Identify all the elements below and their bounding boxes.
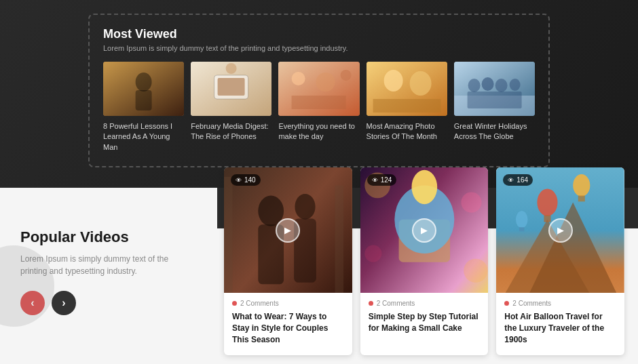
svg-point-2: [136, 73, 152, 92]
popular-sidebar: Popular Videos Lorem Ipsum is simply dum…: [0, 188, 217, 364]
svg-point-37: [364, 245, 381, 262]
svg-point-42: [538, 189, 558, 216]
svg-point-19: [468, 79, 480, 92]
svg-point-34: [411, 170, 437, 204]
most-viewed-title: Most Viewed: [103, 27, 535, 41]
article-card-3[interactable]: Everything you need to make the day: [278, 62, 359, 153]
video-title-3: Hot Air Balloon Travel for the Luxury Tr…: [504, 311, 616, 345]
article-card-1[interactable]: 8 Powerful Lessons I Learned As A Young …: [103, 62, 184, 153]
svg-point-22: [509, 79, 520, 91]
svg-rect-23: [467, 92, 521, 108]
nav-buttons: ‹ ›: [20, 291, 197, 315]
article-title-1: 8 Powerful Lessons I Learned As A Young …: [103, 121, 184, 153]
article-card-4[interactable]: Most Amazing Photo Stories Of The Month: [367, 62, 447, 153]
svg-rect-43: [544, 216, 551, 222]
view-count-3: 👁 164: [503, 174, 533, 186]
video-thumb-1: 👁 140 ▶: [224, 167, 352, 293]
svg-point-14: [383, 70, 402, 92]
videos-row: 👁 140 ▶ 2 Comments What to Wear: 7 Ways …: [224, 167, 624, 355]
svg-point-15: [409, 71, 431, 96]
top-section: Most Viewed Lorem Ipsum is simply dummy …: [0, 0, 638, 188]
svg-point-7: [226, 63, 237, 74]
eye-icon-3: 👁: [508, 177, 514, 184]
svg-rect-3: [136, 90, 152, 110]
most-viewed-subtitle: Lorem Ipsum is simply dummy text of the …: [103, 44, 535, 52]
svg-point-46: [516, 211, 528, 228]
article-title-4: Most Amazing Photo Stories Of The Month: [367, 121, 447, 142]
svg-rect-16: [373, 99, 440, 113]
article-thumb-4: [367, 62, 447, 116]
eye-icon-1: 👁: [236, 177, 242, 184]
play-button-2[interactable]: ▶: [412, 218, 436, 243]
article-thumb-5: [454, 62, 535, 116]
comment-text-3: 2 Comments: [512, 300, 551, 307]
video-card-2[interactable]: 👁 124 ▶ 2 Comments Simple Step by Step T…: [360, 167, 489, 355]
video-info-1: 2 Comments What to Wear: 7 Ways to Stay …: [224, 293, 352, 355]
svg-rect-47: [519, 227, 525, 231]
comment-line-2: 2 Comments: [369, 300, 481, 307]
video-card-1[interactable]: 👁 140 ▶ 2 Comments What to Wear: 7 Ways …: [224, 167, 352, 355]
videos-area: 👁 140 ▶ 2 Comments What to Wear: 7 Ways …: [217, 188, 638, 364]
article-title-3: Everything you need to make the day: [278, 121, 359, 142]
svg-point-10: [316, 73, 335, 92]
svg-rect-30: [335, 186, 344, 294]
svg-point-27: [295, 194, 315, 220]
svg-rect-12: [292, 96, 346, 109]
view-count-1: 👁 140: [231, 174, 261, 186]
play-button-1[interactable]: ▶: [276, 218, 300, 243]
comment-dot-2: [369, 301, 373, 306]
comment-text-2: 2 Comments: [377, 300, 415, 307]
eye-icon-2: 👁: [372, 177, 378, 184]
popular-videos-title: Popular Videos: [20, 228, 197, 246]
article-thumb-2: [191, 62, 271, 116]
view-count-2: 👁 124: [367, 174, 397, 186]
svg-point-36: [461, 193, 481, 213]
svg-point-21: [495, 79, 507, 92]
article-thumb-3: [278, 62, 359, 116]
most-viewed-box: Most Viewed Lorem Ipsum is simply dummy …: [88, 14, 550, 167]
svg-rect-6: [218, 78, 245, 96]
comment-text-1: 2 Comments: [240, 300, 279, 307]
video-card-3[interactable]: 👁 164 ▶ 2 Comments Hot Air Balloon Trave…: [496, 167, 624, 355]
prev-button[interactable]: ‹: [20, 291, 45, 315]
popular-videos-desc: Lorem Ipsum is simply dummy text of the …: [20, 253, 197, 277]
svg-point-11: [341, 70, 352, 81]
svg-point-44: [574, 174, 590, 197]
svg-point-38: [464, 259, 487, 283]
svg-point-9: [292, 72, 305, 85]
play-button-3[interactable]: ▶: [548, 218, 573, 243]
comment-line-3: 2 Comments: [504, 300, 616, 307]
article-card-5[interactable]: Great Winter Holidays Across The Globe: [454, 62, 535, 153]
next-button[interactable]: ›: [52, 291, 76, 315]
video-thumb-3: 👁 164 ▶: [496, 167, 624, 293]
video-info-3: 2 Comments Hot Air Balloon Travel for th…: [496, 293, 624, 355]
svg-rect-29: [224, 177, 233, 293]
bottom-section: Popular Videos Lorem Ipsum is simply dum…: [0, 188, 638, 364]
video-title-2: Simple Step by Step Tutorial for Making …: [369, 311, 481, 334]
comment-line-1: 2 Comments: [232, 300, 344, 307]
article-title-5: Great Winter Holidays Across The Globe: [454, 121, 535, 142]
svg-rect-45: [578, 196, 585, 202]
comment-dot-3: [504, 301, 509, 306]
article-thumb-1: [103, 62, 184, 116]
video-thumb-2: 👁 124 ▶: [360, 167, 489, 293]
article-card-2[interactable]: February Media Digest: The Rise of Phone…: [191, 62, 271, 153]
video-info-2: 2 Comments Simple Step by Step Tutorial …: [360, 293, 489, 344]
svg-point-20: [481, 77, 493, 91]
comment-dot-1: [232, 301, 237, 306]
article-title-2: February Media Digest: The Rise of Phone…: [191, 121, 271, 142]
articles-row: 8 Powerful Lessons I Learned As A Young …: [103, 62, 535, 153]
video-title-1: What to Wear: 7 Ways to Stay in Style fo…: [232, 311, 344, 345]
